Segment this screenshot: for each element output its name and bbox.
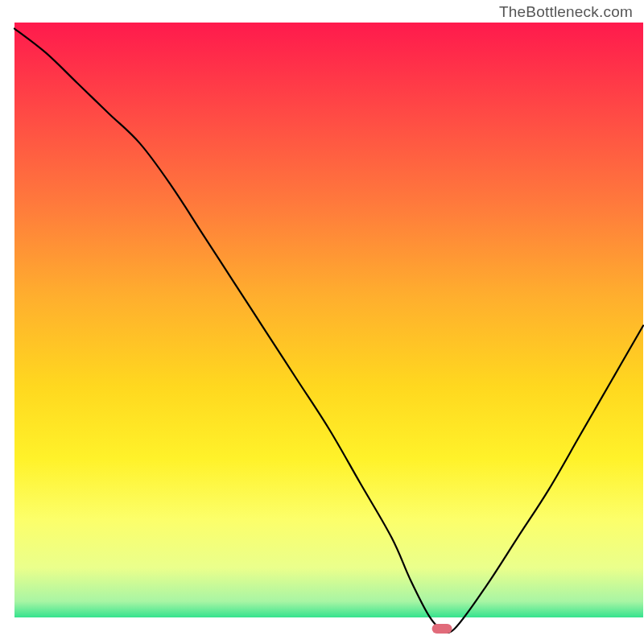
baseline-white-band xyxy=(14,617,643,629)
optimum-marker xyxy=(432,624,452,634)
chart-svg xyxy=(0,0,644,644)
watermark-label: TheBottleneck.com xyxy=(499,3,633,21)
bottleneck-chart xyxy=(0,0,644,644)
